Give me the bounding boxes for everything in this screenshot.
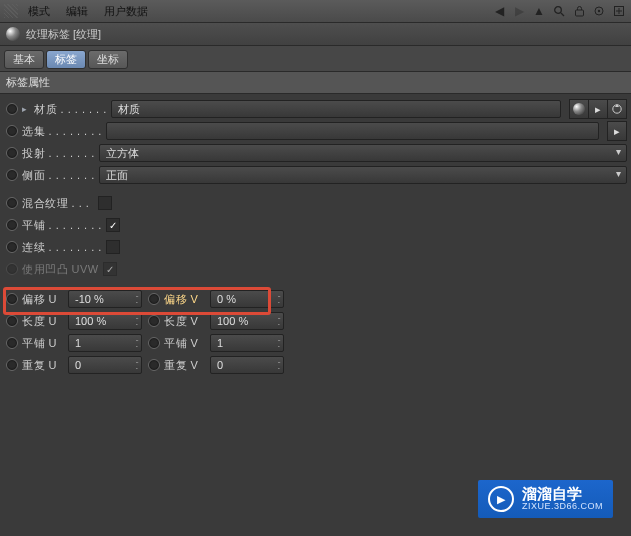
material-field[interactable]: 材质 xyxy=(111,100,561,118)
seamless-checkbox[interactable] xyxy=(106,240,120,254)
tile-u-value: 1 xyxy=(75,337,81,349)
anim-dot[interactable] xyxy=(6,125,18,137)
label-material: 材质 . . . . . . . xyxy=(34,102,107,117)
material-value: 材质 xyxy=(118,102,140,117)
length-v-value: 100 % xyxy=(217,315,248,327)
label-length-u: 长度 U xyxy=(22,314,64,329)
nav-back-icon[interactable]: ◀ xyxy=(491,3,507,19)
tab-bar: 基本 标签 坐标 xyxy=(0,46,631,71)
target-icon[interactable] xyxy=(591,3,607,19)
offset-u-value: -10 % xyxy=(75,293,104,305)
nav-fwd-icon[interactable]: ▶ xyxy=(511,3,527,19)
mix-checkbox[interactable] xyxy=(98,196,112,210)
label-tile-v: 平铺 V xyxy=(164,336,206,351)
menu-edit[interactable]: 编辑 xyxy=(60,2,94,21)
anim-dot[interactable] xyxy=(148,359,160,371)
panel-title: 纹理标签 [纹理] xyxy=(26,27,101,42)
watermark: ▶ 溜溜自学 ZIXUE.3D66.COM xyxy=(478,480,613,518)
tile-checkbox[interactable] xyxy=(106,218,120,232)
rep-u-value: 0 xyxy=(75,359,81,371)
label-rep-u: 重复 U xyxy=(22,358,64,373)
lock-icon[interactable] xyxy=(571,3,587,19)
rep-v-value: 0 xyxy=(217,359,223,371)
expand-icon[interactable]: ▸ xyxy=(22,104,30,114)
anim-dot[interactable] xyxy=(6,263,18,275)
anim-dot[interactable] xyxy=(6,147,18,159)
label-rep-v: 重复 V xyxy=(164,358,206,373)
side-select[interactable]: 正面 xyxy=(99,166,627,184)
menu-userdata[interactable]: 用户数据 xyxy=(98,2,154,21)
anim-dot[interactable] xyxy=(6,241,18,253)
row-offset: 偏移 U -10 % 偏移 V 0 % xyxy=(4,288,627,310)
selection-expand-icon[interactable]: ▸ xyxy=(607,121,627,141)
material-pick-icon[interactable] xyxy=(608,99,627,119)
projection-select[interactable]: 立方体 xyxy=(99,144,627,162)
svg-line-1 xyxy=(561,13,564,16)
panel-header: 纹理标签 [纹理] xyxy=(0,23,631,46)
label-projection: 投射 . . . . . . . xyxy=(22,146,95,161)
anim-dot[interactable] xyxy=(6,315,18,327)
offset-v-input[interactable]: 0 % xyxy=(210,290,284,308)
length-u-input[interactable]: 100 % xyxy=(68,312,142,330)
search-icon[interactable] xyxy=(551,3,567,19)
anim-dot[interactable] xyxy=(148,293,160,305)
length-v-input[interactable]: 100 % xyxy=(210,312,284,330)
anim-dot[interactable] xyxy=(6,219,18,231)
tile-v-input[interactable]: 1 xyxy=(210,334,284,352)
label-tile-u: 平铺 U xyxy=(22,336,64,351)
svg-point-0 xyxy=(555,7,562,14)
tile-v-value: 1 xyxy=(217,337,223,349)
watermark-title: 溜溜自学 xyxy=(522,486,603,502)
anim-dot[interactable] xyxy=(6,103,18,115)
tab-tag[interactable]: 标签 xyxy=(46,50,86,69)
anim-dot[interactable] xyxy=(148,315,160,327)
anim-dot[interactable] xyxy=(6,293,18,305)
tile-u-input[interactable]: 1 xyxy=(68,334,142,352)
offset-v-value: 0 % xyxy=(217,293,236,305)
new-icon[interactable] xyxy=(611,3,627,19)
property-body: ▸ 材质 . . . . . . . 材质 ▸ 选集 . . . . . . .… xyxy=(0,94,631,380)
drag-grip-icon[interactable] xyxy=(4,4,18,18)
svg-point-4 xyxy=(598,10,600,12)
menu-mode[interactable]: 模式 xyxy=(22,2,56,21)
svg-rect-2 xyxy=(575,10,583,16)
rep-v-input[interactable]: 0 xyxy=(210,356,284,374)
rep-u-input[interactable]: 0 xyxy=(68,356,142,374)
label-selection: 选集 . . . . . . . . xyxy=(22,124,102,139)
projection-value: 立方体 xyxy=(106,146,139,161)
label-tile: 平铺 . . . . . . . . xyxy=(22,218,102,233)
anim-dot[interactable] xyxy=(148,337,160,349)
label-side: 侧面 . . . . . . . xyxy=(22,168,95,183)
anim-dot[interactable] xyxy=(6,359,18,371)
section-title: 标签属性 xyxy=(0,71,631,94)
play-circle-icon: ▶ xyxy=(488,486,514,512)
nav-up-icon[interactable]: ▲ xyxy=(531,3,547,19)
label-length-v: 长度 V xyxy=(164,314,206,329)
useuvw-checkbox[interactable] xyxy=(103,262,117,276)
menubar: 模式 编辑 用户数据 ◀ ▶ ▲ xyxy=(0,0,631,23)
material-expand-icon[interactable]: ▸ xyxy=(589,99,608,119)
label-mix: 混合纹理 . . . xyxy=(22,196,94,211)
label-offset-v: 偏移 V xyxy=(164,292,206,307)
anim-dot[interactable] xyxy=(6,337,18,349)
tab-basic[interactable]: 基本 xyxy=(4,50,44,69)
selection-field[interactable] xyxy=(106,122,599,140)
material-ball-icon xyxy=(6,27,20,41)
label-useuvw: 使用凹凸 UVW xyxy=(22,262,99,277)
label-offset-u: 偏移 U xyxy=(22,292,64,307)
anim-dot[interactable] xyxy=(6,169,18,181)
offset-u-input[interactable]: -10 % xyxy=(68,290,142,308)
watermark-sub: ZIXUE.3D66.COM xyxy=(522,502,603,511)
anim-dot[interactable] xyxy=(6,197,18,209)
tab-coord[interactable]: 坐标 xyxy=(88,50,128,69)
label-seamless: 连续 . . . . . . . . xyxy=(22,240,102,255)
length-u-value: 100 % xyxy=(75,315,106,327)
side-value: 正面 xyxy=(106,168,128,183)
material-preview-icon[interactable] xyxy=(569,99,589,119)
